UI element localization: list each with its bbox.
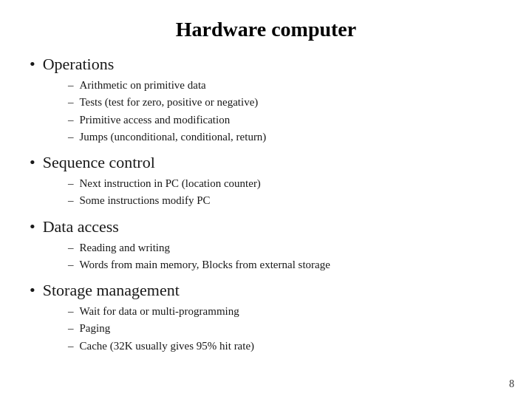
sub-bullets-sequence: – Next instruction in PC (location count…	[68, 175, 502, 210]
list-item: – Reading and writing	[68, 239, 502, 256]
sub-item-text: Primitive access and modification	[80, 112, 231, 129]
dash-icon: –	[68, 175, 74, 192]
bullet-storage: • Storage management	[30, 281, 502, 300]
dash-icon: –	[68, 112, 74, 129]
list-item: – Cache (32K usually gives 95% hit rate)	[68, 338, 502, 355]
bullet-dot-data: •	[30, 217, 35, 236]
bullet-sequence-control: • Sequence control	[30, 153, 502, 172]
list-item: – Wait for data or multi-programming	[68, 303, 502, 320]
sub-item-text: Some instructions modify PC	[80, 192, 211, 209]
section-sequence-control: • Sequence control – Next instruction in…	[30, 153, 502, 210]
dash-icon: –	[68, 320, 74, 337]
slide: Hardware computer • Operations – Arithme…	[0, 0, 532, 399]
sub-item-text: Next instruction in PC (location counter…	[80, 175, 261, 192]
dash-icon: –	[68, 239, 74, 256]
list-item: – Some instructions modify PC	[68, 192, 502, 209]
list-item: – Paging	[68, 320, 502, 337]
bullet-storage-label: Storage management	[43, 281, 180, 300]
dash-icon: –	[68, 256, 74, 273]
bullet-data-access: • Data access	[30, 217, 502, 236]
sub-item-text: Paging	[80, 320, 111, 337]
sub-item-text: Words from main memory, Blocks from exte…	[80, 256, 330, 273]
list-item: – Tests (test for zero, positive or nega…	[68, 94, 502, 111]
section-operations: • Operations – Arithmetic on primitive d…	[30, 55, 502, 146]
sub-item-text: Jumps (unconditional, conditional, retur…	[80, 129, 267, 146]
list-item: – Words from main memory, Blocks from ex…	[68, 256, 502, 273]
bullet-dot-operations: •	[30, 55, 35, 74]
sub-item-text: Tests (test for zero, positive or negati…	[80, 94, 259, 111]
bullet-dot-storage: •	[30, 281, 35, 300]
dash-icon: –	[68, 77, 74, 94]
dash-icon: –	[68, 192, 74, 209]
bullet-operations: • Operations	[30, 55, 502, 74]
bullet-operations-label: Operations	[43, 55, 115, 74]
bullet-data-label: Data access	[43, 217, 119, 236]
list-item: – Arithmetic on primitive data	[68, 77, 502, 94]
sub-item-text: Cache (32K usually gives 95% hit rate)	[80, 338, 255, 355]
list-item: – Primitive access and modification	[68, 112, 502, 129]
dash-icon: –	[68, 94, 74, 111]
sub-item-text: Reading and writing	[80, 239, 170, 256]
section-data-access: • Data access – Reading and writing – Wo…	[30, 217, 502, 274]
sub-bullets-data: – Reading and writing – Words from main …	[68, 239, 502, 274]
dash-icon: –	[68, 129, 74, 146]
page-number: 8	[509, 378, 514, 390]
list-item: – Jumps (unconditional, conditional, ret…	[68, 129, 502, 146]
section-storage-management: • Storage management – Wait for data or …	[30, 281, 502, 355]
sub-bullets-operations: – Arithmetic on primitive data – Tests (…	[68, 77, 502, 146]
dash-icon: –	[68, 338, 74, 355]
sub-item-text: Wait for data or multi-programming	[80, 303, 239, 320]
bullet-sequence-label: Sequence control	[43, 153, 155, 172]
list-item: – Next instruction in PC (location count…	[68, 175, 502, 192]
slide-title: Hardware computer	[30, 18, 502, 41]
sub-bullets-storage: – Wait for data or multi-programming – P…	[68, 303, 502, 355]
bullet-dot-sequence: •	[30, 153, 35, 172]
dash-icon: –	[68, 303, 74, 320]
sub-item-text: Arithmetic on primitive data	[80, 77, 206, 94]
